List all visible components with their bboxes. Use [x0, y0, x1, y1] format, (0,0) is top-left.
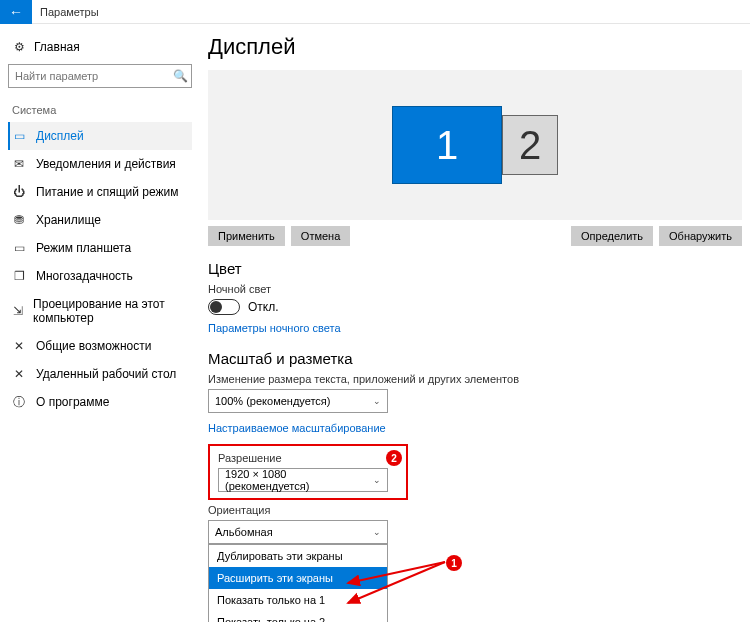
- arrow-left-icon: ←: [9, 4, 23, 20]
- chevron-down-icon: ⌄: [373, 527, 381, 537]
- night-light-state: Откл.: [248, 300, 279, 314]
- text-size-label: Изменение размера текста, приложений и д…: [208, 373, 742, 385]
- dropdown-option-only1[interactable]: Показать только на 1: [209, 589, 387, 611]
- display-icon: ▭: [12, 129, 26, 143]
- resolution-select[interactable]: 1920 × 1080 (рекомендуется) ⌄: [218, 468, 388, 492]
- sidebar-item-label: Общие возможности: [36, 339, 151, 353]
- sidebar-item-about[interactable]: ⓘ О программе: [8, 388, 192, 416]
- chevron-down-icon: ⌄: [373, 475, 381, 485]
- back-button[interactable]: ←: [0, 0, 32, 24]
- monitor-1[interactable]: 1: [392, 106, 502, 184]
- multitask-icon: ❐: [12, 269, 26, 283]
- sidebar-item-label: Питание и спящий режим: [36, 185, 179, 199]
- apply-button[interactable]: Применить: [208, 226, 285, 246]
- resolution-label: Разрешение: [218, 452, 398, 464]
- night-light-label: Ночной свет: [208, 283, 742, 295]
- sidebar-item-label: Многозадачность: [36, 269, 133, 283]
- cancel-button[interactable]: Отмена: [291, 226, 350, 246]
- orientation-value: Альбомная: [215, 526, 273, 538]
- search-box[interactable]: 🔍: [8, 64, 192, 88]
- content: Дисплей 1 2 Применить Отмена Определить …: [200, 24, 750, 622]
- sidebar-item-projecting[interactable]: ⇲ Проецирование на этот компьютер: [8, 290, 192, 332]
- text-size-select[interactable]: 100% (рекомендуется) ⌄: [208, 389, 388, 413]
- search-input[interactable]: [9, 70, 169, 82]
- sidebar-item-storage[interactable]: ⛃ Хранилище: [8, 206, 192, 234]
- sidebar-item-label: Уведомления и действия: [36, 157, 176, 171]
- sidebar-item-notifications[interactable]: ✉ Уведомления и действия: [8, 150, 192, 178]
- sidebar-section-label: Система: [8, 100, 192, 122]
- gear-icon: ⚙: [12, 40, 26, 54]
- power-icon: ⏻: [12, 185, 26, 199]
- sidebar-item-remote[interactable]: ✕ Удаленный рабочий стол: [8, 360, 192, 388]
- about-icon: ⓘ: [12, 395, 26, 409]
- monitor-2[interactable]: 2: [502, 115, 558, 175]
- sidebar-item-label: О программе: [36, 395, 109, 409]
- chevron-down-icon: ⌄: [373, 396, 381, 406]
- sidebar-item-label: Дисплей: [36, 129, 84, 143]
- dropdown-option-duplicate[interactable]: Дублировать эти экраны: [209, 545, 387, 567]
- night-light-toggle[interactable]: [208, 299, 240, 315]
- sidebar-home-label: Главная: [34, 40, 80, 54]
- search-icon: 🔍: [169, 69, 191, 83]
- annotation-badge-1: 1: [446, 555, 462, 571]
- resolution-value: 1920 × 1080 (рекомендуется): [225, 468, 373, 492]
- sidebar-home[interactable]: ⚙ Главная: [8, 34, 192, 64]
- night-light-settings-link[interactable]: Параметры ночного света: [208, 322, 341, 334]
- multi-display-dropdown: Дублировать эти экраны Расширить эти экр…: [208, 544, 388, 622]
- display-preview: 1 2: [208, 70, 742, 220]
- window-title: Параметры: [40, 6, 99, 18]
- sidebar: ⚙ Главная 🔍 Система ▭ Дисплей ✉ Уведомле…: [0, 24, 200, 622]
- sidebar-item-display[interactable]: ▭ Дисплей: [8, 122, 192, 150]
- detect-button[interactable]: Обнаружить: [659, 226, 742, 246]
- orientation-select[interactable]: Альбомная ⌄: [208, 520, 388, 544]
- project-icon: ⇲: [12, 304, 23, 318]
- sidebar-item-tablet[interactable]: ▭ Режим планшета: [8, 234, 192, 262]
- annotation-badge-2: 2: [386, 450, 402, 466]
- sidebar-item-label: Хранилище: [36, 213, 101, 227]
- sidebar-item-label: Режим планшета: [36, 241, 131, 255]
- sidebar-item-shared[interactable]: ✕ Общие возможности: [8, 332, 192, 360]
- resolution-highlight: 2 Разрешение 1920 × 1080 (рекомендуется)…: [208, 444, 408, 500]
- sidebar-item-multitask[interactable]: ❐ Многозадачность: [8, 262, 192, 290]
- custom-scaling-link[interactable]: Настраиваемое масштабирование: [208, 422, 386, 434]
- titlebar: ← Параметры: [0, 0, 750, 24]
- sidebar-item-label: Удаленный рабочий стол: [36, 367, 176, 381]
- dropdown-option-extend[interactable]: Расширить эти экраны: [209, 567, 387, 589]
- shared-icon: ✕: [12, 339, 26, 353]
- storage-icon: ⛃: [12, 213, 26, 227]
- preview-buttons: Применить Отмена Определить Обнаружить: [208, 226, 742, 246]
- section-color: Цвет: [208, 260, 742, 277]
- page-title: Дисплей: [208, 34, 742, 60]
- sidebar-item-power[interactable]: ⏻ Питание и спящий режим: [8, 178, 192, 206]
- section-scale: Масштаб и разметка: [208, 350, 742, 367]
- tablet-icon: ▭: [12, 241, 26, 255]
- sidebar-item-label: Проецирование на этот компьютер: [33, 297, 188, 325]
- orientation-label: Ориентация: [208, 504, 742, 516]
- dropdown-option-only2[interactable]: Показать только на 2: [209, 611, 387, 622]
- remote-icon: ✕: [12, 367, 26, 381]
- text-size-value: 100% (рекомендуется): [215, 395, 330, 407]
- identify-button[interactable]: Определить: [571, 226, 653, 246]
- notif-icon: ✉: [12, 157, 26, 171]
